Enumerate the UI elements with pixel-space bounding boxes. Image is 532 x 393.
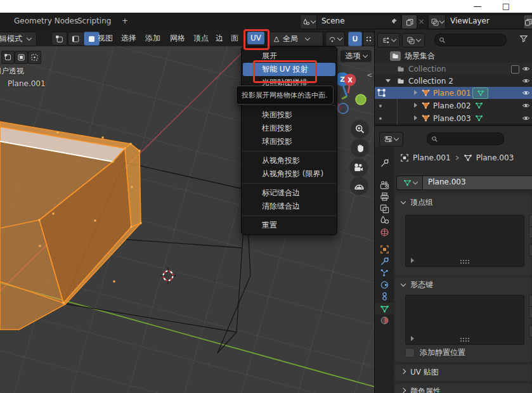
new-scene-button[interactable] xyxy=(401,15,417,29)
properties-tab-scene[interactable] xyxy=(375,214,394,226)
box-select-button[interactable] xyxy=(15,51,28,64)
eye-icon[interactable] xyxy=(522,65,530,73)
collection-enable-checkbox[interactable] xyxy=(511,65,519,74)
eye-icon[interactable] xyxy=(522,114,530,122)
expand-arrow-icon[interactable] xyxy=(386,79,391,82)
workspace-tab-geometry-nodes[interactable]: Geometry Nodes xyxy=(11,13,81,30)
outliner-filter-dropdown[interactable] xyxy=(402,33,425,48)
outliner-row-plane-001[interactable]: Plane.001 xyxy=(375,87,532,99)
add-workspace-button[interactable]: + xyxy=(119,13,131,30)
expand-arrow-icon[interactable] xyxy=(414,103,417,108)
expand-arrow-icon[interactable] xyxy=(414,90,417,95)
menu-item-smart-uv-project[interactable]: 智能 UV 投射 xyxy=(243,63,335,76)
snap-toggle-magnet[interactable] xyxy=(348,32,362,46)
eye-icon[interactable] xyxy=(522,101,530,110)
add-rest-position-checkbox[interactable] xyxy=(405,348,415,358)
proportional-editing-button[interactable] xyxy=(363,32,375,46)
gizmo-neg-z-ball[interactable] xyxy=(338,103,348,113)
scene-browse-button[interactable] xyxy=(300,15,318,29)
list-resize-grip[interactable] xyxy=(460,337,470,342)
properties-tab-tool[interactable] xyxy=(375,157,394,169)
expand-arrow-icon[interactable] xyxy=(414,115,417,120)
gizmo-y-ball[interactable] xyxy=(356,94,366,105)
add-viewlayer-button[interactable] xyxy=(523,15,532,29)
vertex-groups-panel-header[interactable]: 顶点组 xyxy=(395,195,531,210)
properties-tab-render[interactable] xyxy=(375,179,394,191)
menu-edge[interactable]: 边 xyxy=(213,30,226,46)
remove-shape-key-button[interactable] xyxy=(529,306,532,318)
shape-key-specials-button[interactable] xyxy=(529,325,532,337)
zoom-view-button[interactable] xyxy=(351,120,369,138)
menu-uv[interactable]: UV xyxy=(247,32,264,44)
outliner-row-scene-collection[interactable]: 场景集合 xyxy=(375,50,532,62)
scene-name-field[interactable]: Scene xyxy=(316,15,401,29)
properties-tab-output[interactable] xyxy=(375,191,394,202)
viewlayer-name-field[interactable]: ViewLayer xyxy=(445,15,527,29)
shape-keys-list[interactable] xyxy=(405,295,524,345)
minimize-button[interactable]: — xyxy=(468,0,487,13)
maximize-button[interactable]: □ xyxy=(496,0,516,13)
outliner-row-collection[interactable]: Collection xyxy=(375,63,532,75)
mesh-data-browse-button[interactable] xyxy=(396,176,424,190)
properties-search-input[interactable] xyxy=(427,132,504,145)
vertex-select-mode-button[interactable] xyxy=(51,32,67,46)
camera-view-button[interactable] xyxy=(349,158,368,177)
menu-select[interactable]: 选择 xyxy=(119,30,139,46)
menu-item-reset[interactable]: 重置 xyxy=(242,219,337,232)
remove-vertex-group-button[interactable] xyxy=(529,226,532,238)
eye-icon[interactable] xyxy=(522,89,530,97)
properties-tab-material[interactable] xyxy=(375,314,394,326)
menu-mesh[interactable]: 网格 xyxy=(167,30,188,46)
outliner-row-plane-003[interactable]: Plane.003 xyxy=(375,112,532,124)
viewlayer-browse-button[interactable] xyxy=(428,15,446,29)
pin-icon[interactable] xyxy=(390,18,398,25)
menu-item-project-from-view-bounds[interactable]: 从视角投影 (限界) xyxy=(242,167,337,181)
unlink-scene-button[interactable]: × xyxy=(418,15,425,28)
properties-tab-object[interactable] xyxy=(375,243,394,255)
add-vertex-group-button[interactable] xyxy=(529,215,532,227)
sidebar-toggle-arrow[interactable]: < xyxy=(367,71,372,79)
breadcrumb-object[interactable]: Plane.001 xyxy=(413,153,451,162)
menu-item-project-from-view[interactable]: 从视角投影 xyxy=(242,154,337,167)
eye-icon[interactable] xyxy=(522,77,530,85)
properties-tab-constraints[interactable] xyxy=(375,290,394,302)
properties-tab-particles[interactable] xyxy=(375,267,394,278)
toggle-perspective-button[interactable] xyxy=(350,177,368,195)
workspace-tab-scripting[interactable]: Scripting xyxy=(75,13,114,30)
list-resize-grip[interactable] xyxy=(460,259,470,264)
uv-maps-panel-header[interactable]: UV 贴图 xyxy=(395,364,531,380)
add-shape-key-button[interactable] xyxy=(529,295,532,307)
list-filter-arrow-icon[interactable] xyxy=(411,336,414,341)
shape-keys-panel-header[interactable]: 形态键 xyxy=(395,277,531,293)
mesh-name-field[interactable]: Plane.003 xyxy=(422,176,532,190)
outliner-row-collection-2[interactable]: Collection 2 xyxy=(375,75,532,87)
mode-dropdown[interactable]: 辑模式 xyxy=(0,32,37,46)
outliner-display-mode-dropdown[interactable] xyxy=(377,33,400,48)
properties-tab-object-data[interactable] xyxy=(375,303,394,314)
menu-item-mark-seam[interactable]: 标记缝合边 xyxy=(242,186,337,200)
breadcrumb-data[interactable]: Plane.003 xyxy=(476,153,514,162)
vertex-groups-list[interactable] xyxy=(405,215,524,267)
options-button[interactable]: 选项 xyxy=(341,50,372,62)
menu-item-sphere-projection[interactable]: 球面投影 xyxy=(242,135,337,148)
pan-view-button[interactable] xyxy=(351,139,369,157)
transform-orientation-dropdown[interactable]: 全局 xyxy=(269,32,323,46)
color-attributes-panel-header[interactable]: 颜色属性 xyxy=(395,383,531,393)
properties-tab-modifiers[interactable] xyxy=(375,255,394,267)
menu-face[interactable]: 面 xyxy=(228,30,241,46)
properties-tab-view-layer[interactable] xyxy=(375,203,394,214)
tweak-select-button[interactable] xyxy=(1,51,15,64)
outliner-row-plane-002[interactable]: Plane.002 xyxy=(375,100,532,112)
snap-target-dropdown[interactable] xyxy=(325,32,345,46)
properties-editor-type-dropdown[interactable] xyxy=(379,132,403,146)
edit-mesh-object[interactable] xyxy=(0,122,141,330)
outliner-filter-funnel-button[interactable] xyxy=(519,34,528,43)
menu-item-cube-projection[interactable]: 块面投影 xyxy=(242,108,337,122)
menu-item-clear-seam[interactable]: 清除缝合边 xyxy=(242,200,337,213)
menu-view[interactable]: 视图 xyxy=(95,30,115,46)
list-filter-arrow-icon[interactable] xyxy=(411,258,414,263)
properties-tab-physics[interactable] xyxy=(375,279,394,290)
circle-select-button[interactable] xyxy=(28,51,41,64)
menu-item-cylinder-projection[interactable]: 柱面投影 xyxy=(242,122,337,135)
edge-select-mode-button[interactable] xyxy=(68,32,84,46)
